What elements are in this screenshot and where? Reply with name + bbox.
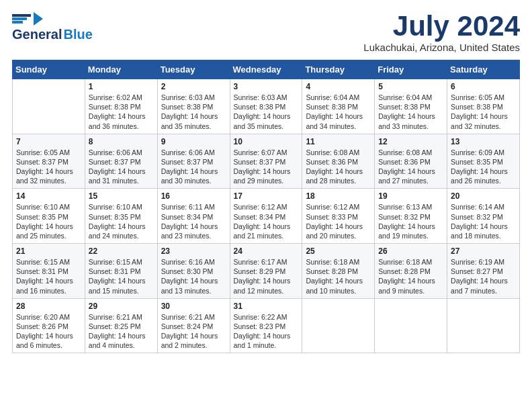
day-number: 31 [234,302,299,311]
day-number: 14 [16,191,81,201]
calendar-cell [13,79,85,134]
day-number: 3 [234,82,299,91]
calendar-day-header: Monday [85,60,157,79]
cell-content: Sunrise: 6:07 AM Sunset: 8:37 PM Dayligh… [234,148,299,186]
cell-content: Sunrise: 6:03 AM Sunset: 8:38 PM Dayligh… [234,93,299,131]
cell-content: Sunrise: 6:09 AM Sunset: 8:35 PM Dayligh… [451,148,516,186]
day-number: 27 [451,246,516,256]
cell-content: Sunrise: 6:08 AM Sunset: 8:36 PM Dayligh… [378,148,443,186]
day-number: 26 [378,246,443,256]
day-number: 5 [378,82,443,91]
day-number: 8 [89,137,154,146]
day-number: 28 [16,302,81,311]
calendar-day-header: Wednesday [230,60,302,79]
cell-content: Sunrise: 6:16 AM Sunset: 8:30 PM Dayligh… [161,257,226,295]
day-number: 19 [378,191,443,201]
calendar-cell: 2Sunrise: 6:03 AM Sunset: 8:38 PM Daylig… [157,79,230,134]
cell-content: Sunrise: 6:21 AM Sunset: 8:25 PM Dayligh… [89,312,154,351]
cell-content: Sunrise: 6:21 AM Sunset: 8:24 PM Dayligh… [161,312,226,351]
day-number: 17 [234,191,299,201]
day-number: 30 [161,302,226,311]
title-block: July 2024 Lukachukai, Arizona, United St… [363,12,520,53]
calendar-table: SundayMondayTuesdayWednesdayThursdayFrid… [12,60,520,353]
cell-content: Sunrise: 6:19 AM Sunset: 8:27 PM Dayligh… [451,257,516,295]
cell-content: Sunrise: 6:20 AM Sunset: 8:26 PM Dayligh… [16,312,81,351]
day-number: 4 [306,82,371,91]
cell-content: Sunrise: 6:02 AM Sunset: 8:38 PM Dayligh… [89,93,154,131]
cell-content: Sunrise: 6:06 AM Sunset: 8:37 PM Dayligh… [89,148,154,186]
calendar-cell: 15Sunrise: 6:10 AM Sunset: 8:35 PM Dayli… [85,189,157,244]
cell-content: Sunrise: 6:13 AM Sunset: 8:32 PM Dayligh… [378,202,443,240]
cell-content: Sunrise: 6:17 AM Sunset: 8:29 PM Dayligh… [234,257,299,295]
calendar-page: General Blue July 2024 Lukachukai, Arizo… [0,0,532,411]
calendar-cell: 16Sunrise: 6:11 AM Sunset: 8:34 PM Dayli… [157,189,230,244]
calendar-cell: 11Sunrise: 6:08 AM Sunset: 8:36 PM Dayli… [302,134,375,189]
calendar-cell: 1Sunrise: 6:02 AM Sunset: 8:38 PM Daylig… [85,79,157,134]
day-number: 20 [451,191,516,201]
calendar-week-row: 14Sunrise: 6:10 AM Sunset: 8:35 PM Dayli… [13,189,520,244]
day-number: 7 [16,137,81,146]
calendar-cell: 9Sunrise: 6:06 AM Sunset: 8:37 PM Daylig… [157,134,230,189]
calendar-cell: 13Sunrise: 6:09 AM Sunset: 8:35 PM Dayli… [447,134,520,189]
cell-content: Sunrise: 6:05 AM Sunset: 8:38 PM Dayligh… [451,93,516,131]
day-number: 24 [234,246,299,256]
day-number: 25 [306,246,371,256]
calendar-cell: 7Sunrise: 6:05 AM Sunset: 8:37 PM Daylig… [13,134,85,189]
day-number: 12 [378,137,443,146]
calendar-cell: 30Sunrise: 6:21 AM Sunset: 8:24 PM Dayli… [157,298,230,353]
cell-content: Sunrise: 6:14 AM Sunset: 8:32 PM Dayligh… [451,202,516,240]
calendar-cell: 28Sunrise: 6:20 AM Sunset: 8:26 PM Dayli… [13,298,85,353]
logo-general: General [12,27,62,42]
calendar-week-row: 21Sunrise: 6:15 AM Sunset: 8:31 PM Dayli… [13,244,520,299]
calendar-cell: 17Sunrise: 6:12 AM Sunset: 8:34 PM Dayli… [230,189,302,244]
cell-content: Sunrise: 6:10 AM Sunset: 8:35 PM Dayligh… [16,202,81,240]
calendar-day-header: Saturday [447,60,520,79]
calendar-cell: 8Sunrise: 6:06 AM Sunset: 8:37 PM Daylig… [85,134,157,189]
logo-blue: Blue [63,27,92,42]
calendar-cell [375,298,447,353]
cell-content: Sunrise: 6:04 AM Sunset: 8:38 PM Dayligh… [378,93,443,131]
cell-content: Sunrise: 6:22 AM Sunset: 8:23 PM Dayligh… [234,312,299,351]
month-title: July 2024 [363,12,520,40]
calendar-cell: 22Sunrise: 6:15 AM Sunset: 8:31 PM Dayli… [85,244,157,299]
calendar-cell [302,298,375,353]
calendar-cell: 20Sunrise: 6:14 AM Sunset: 8:32 PM Dayli… [447,189,520,244]
cell-content: Sunrise: 6:18 AM Sunset: 8:28 PM Dayligh… [306,257,371,295]
calendar-cell: 31Sunrise: 6:22 AM Sunset: 8:23 PM Dayli… [230,298,302,353]
calendar-header-row: SundayMondayTuesdayWednesdayThursdayFrid… [13,60,520,79]
cell-content: Sunrise: 6:18 AM Sunset: 8:28 PM Dayligh… [378,257,443,295]
cell-content: Sunrise: 6:15 AM Sunset: 8:31 PM Dayligh… [16,257,81,295]
calendar-cell: 5Sunrise: 6:04 AM Sunset: 8:38 PM Daylig… [375,79,447,134]
calendar-cell [447,298,520,353]
calendar-day-header: Sunday [13,60,85,79]
calendar-day-header: Thursday [302,60,375,79]
calendar-week-row: 1Sunrise: 6:02 AM Sunset: 8:38 PM Daylig… [13,79,520,134]
calendar-cell: 12Sunrise: 6:08 AM Sunset: 8:36 PM Dayli… [375,134,447,189]
calendar-cell: 24Sunrise: 6:17 AM Sunset: 8:29 PM Dayli… [230,244,302,299]
calendar-week-row: 28Sunrise: 6:20 AM Sunset: 8:26 PM Dayli… [13,298,520,353]
calendar-cell: 3Sunrise: 6:03 AM Sunset: 8:38 PM Daylig… [230,79,302,134]
cell-content: Sunrise: 6:11 AM Sunset: 8:34 PM Dayligh… [161,202,226,240]
day-number: 10 [234,137,299,146]
calendar-cell: 10Sunrise: 6:07 AM Sunset: 8:37 PM Dayli… [230,134,302,189]
day-number: 9 [161,137,226,146]
calendar-day-header: Tuesday [157,60,230,79]
calendar-cell: 19Sunrise: 6:13 AM Sunset: 8:32 PM Dayli… [375,189,447,244]
day-number: 2 [161,82,226,91]
calendar-cell: 21Sunrise: 6:15 AM Sunset: 8:31 PM Dayli… [13,244,85,299]
calendar-week-row: 7Sunrise: 6:05 AM Sunset: 8:37 PM Daylig… [13,134,520,189]
day-number: 22 [89,246,154,256]
logo: General Blue [12,12,93,42]
day-number: 15 [89,191,154,201]
day-number: 6 [451,82,516,91]
cell-content: Sunrise: 6:10 AM Sunset: 8:35 PM Dayligh… [89,202,154,240]
cell-content: Sunrise: 6:12 AM Sunset: 8:33 PM Dayligh… [306,202,371,240]
day-number: 11 [306,137,371,146]
calendar-cell: 14Sunrise: 6:10 AM Sunset: 8:35 PM Dayli… [13,189,85,244]
cell-content: Sunrise: 6:15 AM Sunset: 8:31 PM Dayligh… [89,257,154,295]
day-number: 23 [161,246,226,256]
day-number: 13 [451,137,516,146]
calendar-cell: 26Sunrise: 6:18 AM Sunset: 8:28 PM Dayli… [375,244,447,299]
calendar-cell: 27Sunrise: 6:19 AM Sunset: 8:27 PM Dayli… [447,244,520,299]
day-number: 18 [306,191,371,201]
